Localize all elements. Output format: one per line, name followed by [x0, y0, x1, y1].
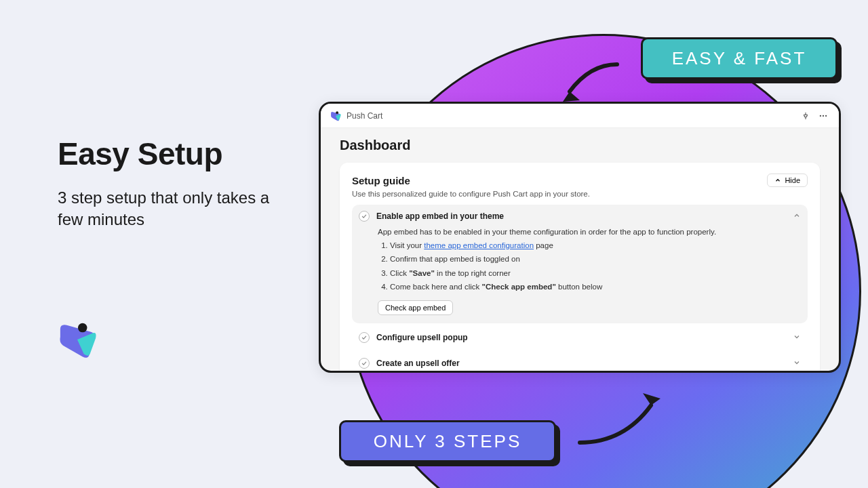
step-2-header[interactable]: Configure upsell popup [359, 331, 801, 344]
theme-config-link[interactable]: theme app embed configuration [424, 241, 534, 249]
chevron-up-icon [774, 177, 781, 184]
step-1-desc: App embed has to be enabled in your them… [378, 228, 801, 236]
chevron-up-icon [793, 210, 801, 222]
brand-logo [58, 320, 97, 359]
chevron-down-icon [793, 357, 801, 369]
step-2-title: Configure upsell popup [376, 333, 786, 342]
svg-point-4 [825, 115, 827, 116]
step-1-header[interactable]: Enable app embed in your theme [359, 210, 801, 222]
pin-icon[interactable] [800, 110, 812, 122]
step-1-body: App embed has to be enabled in your them… [378, 228, 801, 315]
app-name: Push Cart [347, 111, 382, 121]
hide-label: Hide [785, 176, 800, 184]
card-subtitle: Use this personalized guide to configure… [352, 190, 808, 198]
chevron-down-icon [793, 331, 801, 344]
step-3-header[interactable]: Create an upsell offer [359, 357, 801, 369]
setup-step-3: Create an upsell offer [352, 352, 808, 373]
callout-label: ONLY 3 STEPS [374, 431, 522, 452]
check-icon [359, 211, 370, 222]
step-1-title: Enable app embed in your theme [376, 211, 786, 221]
arrow-bottom-icon [576, 378, 671, 446]
app-titlebar: Push Cart [321, 104, 839, 128]
check-icon [359, 358, 370, 369]
setup-guide-card: Setup guide Hide Use this personalized g… [340, 163, 820, 373]
marketing-subhead: 3 step setup that only takes a few minut… [58, 187, 288, 231]
step-1-li-4: Come back here and click "Check app embe… [390, 281, 801, 293]
marketing-block: Easy Setup 3 step setup that only takes … [58, 136, 288, 231]
app-window: Push Cart Dashboard Setup guide Hide Use… [319, 102, 841, 373]
app-body: Dashboard Setup guide Hide Use this pers… [321, 128, 839, 373]
callout-label: EASY & FAST [672, 48, 807, 69]
callout-only-3-steps: ONLY 3 STEPS [339, 420, 556, 462]
svg-point-2 [820, 115, 821, 116]
page-title: Dashboard [340, 138, 820, 153]
marketing-headline: Easy Setup [58, 136, 288, 172]
svg-point-0 [78, 323, 87, 333]
step-1-li-2: Confirm that app embed is toggled on [390, 253, 801, 265]
hide-button[interactable]: Hide [767, 174, 808, 187]
callout-easy-fast: EASY & FAST [641, 37, 837, 79]
card-title: Setup guide [352, 175, 410, 186]
step-3-title: Create an upsell offer [376, 359, 786, 368]
more-icon[interactable] [817, 110, 829, 122]
check-icon [359, 332, 370, 343]
check-app-embed-button[interactable]: Check app embed [378, 300, 453, 315]
svg-point-1 [336, 111, 338, 114]
step-1-li-1: Visit your theme app embed configuration… [390, 240, 801, 251]
app-logo-icon [330, 110, 341, 121]
setup-step-1: Enable app embed in your theme App embed… [352, 205, 808, 323]
svg-point-3 [823, 115, 824, 116]
step-1-li-3: Click "Save" in the top right corner [390, 268, 801, 279]
setup-step-2: Configure upsell popup [352, 326, 808, 349]
